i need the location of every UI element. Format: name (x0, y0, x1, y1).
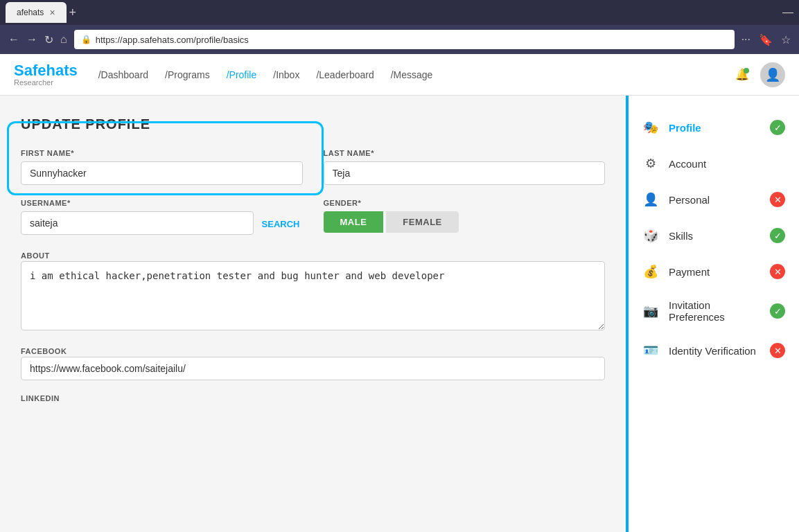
about-group: ABOUT i am ethical hacker,penetration te… (21, 249, 605, 333)
profile-icon: 🎭 (642, 119, 659, 136)
payment-status-icon: ✕ (770, 264, 785, 279)
linkedin-group: LINKEDIN (21, 391, 605, 404)
personal-icon: 👤 (642, 191, 659, 208)
form-area: UPDATE PROFILE FIRST NAME* LAST NAME* US… (0, 96, 626, 532)
tab-title: afehats (17, 8, 44, 17)
logo: Safehats Researcher (14, 63, 78, 87)
username-input-row: SEARCH (21, 211, 303, 235)
nav-programs[interactable]: /Programs (165, 69, 210, 80)
invitation-status-icon: ✓ (770, 303, 785, 319)
sidebar-identity-label: Identity Verification (669, 345, 760, 357)
sidebar-item-personal[interactable]: 👤 Personal ✕ (629, 181, 799, 218)
last-name-input[interactable] (324, 161, 606, 185)
nav-inbox[interactable]: /Inbox (273, 69, 299, 80)
bookmark-icon[interactable]: 🔖 (759, 33, 773, 46)
facebook-input[interactable] (21, 357, 605, 380)
first-name-label: FIRST NAME* (21, 149, 303, 157)
header-right: 🔔 👤 (735, 62, 785, 87)
app-header: Safehats Researcher /Dashboard /Programs… (0, 54, 799, 96)
first-name-input[interactable] (21, 161, 303, 185)
browser-tab-bar: afehats × + — (0, 0, 799, 25)
logo-text: Safehats (14, 63, 78, 78)
notification-bell[interactable]: 🔔 (735, 68, 749, 81)
nav-dashboard[interactable]: /Dashboard (98, 69, 148, 80)
nav-message[interactable]: /Message (391, 69, 433, 80)
refresh-button[interactable]: ↻ (44, 33, 53, 46)
sidebar-item-payment[interactable]: 💰 Payment ✕ (629, 254, 799, 290)
more-button[interactable]: ··· (741, 33, 750, 46)
page-title: UPDATE PROFILE (21, 116, 605, 132)
sidebar-item-invitation[interactable]: 📷 Invitation Preferences ✓ (629, 290, 799, 332)
about-textarea[interactable]: i am ethical hacker,penetration tester a… (21, 261, 605, 330)
tab-close-button[interactable]: × (49, 7, 55, 18)
forward-button[interactable]: → (26, 33, 37, 46)
secure-icon: 🔒 (81, 35, 91, 44)
sidebar-invitation-label: Invitation Preferences (669, 299, 760, 323)
skills-status-icon: ✓ (770, 228, 785, 243)
sidebar-item-account[interactable]: ⚙ Account (629, 145, 799, 181)
search-button[interactable]: SEARCH (259, 213, 303, 235)
logo-subtitle: Researcher (14, 78, 53, 87)
username-input[interactable] (21, 211, 254, 235)
minimize-button[interactable]: — (782, 6, 793, 19)
linkedin-label: LINKEDIN (21, 394, 60, 402)
payment-icon: 💰 (642, 263, 659, 280)
browser-address-bar: ← → ↻ ⌂ 🔒 https://app.safehats.com/profi… (0, 25, 799, 54)
profile-status-icon: ✓ (770, 120, 785, 135)
skills-icon: 🎲 (642, 227, 659, 244)
new-tab-button[interactable]: + (69, 6, 77, 20)
sidebar-profile-label: Profile (669, 122, 760, 134)
address-input[interactable]: 🔒 https://app.safehats.com/profile/basic… (74, 30, 735, 49)
url-text: https://app.safehats.com/profile/basics (96, 35, 249, 45)
last-name-group: LAST NAME* (324, 149, 606, 185)
avatar[interactable]: 👤 (760, 62, 785, 87)
username-gender-row: USERNAME* SEARCH GENDER* MALE FEMALE (21, 199, 605, 235)
last-name-label: LAST NAME* (324, 149, 606, 157)
nav-leaderboard[interactable]: /Leaderboard (316, 69, 374, 80)
username-group: USERNAME* SEARCH (21, 199, 303, 235)
browser-chrome: afehats × + — ← → ↻ ⌂ 🔒 https://app.safe… (0, 0, 799, 54)
female-button[interactable]: FEMALE (386, 211, 458, 233)
sidebar-payment-label: Payment (669, 266, 760, 278)
back-button[interactable]: ← (8, 33, 19, 46)
star-icon[interactable]: ☆ (781, 33, 791, 46)
sidebar-skills-label: Skills (669, 230, 760, 242)
first-name-group: FIRST NAME* (21, 149, 303, 185)
personal-status-icon: ✕ (770, 192, 785, 207)
about-label: ABOUT (21, 251, 50, 260)
sidebar-item-skills[interactable]: 🎲 Skills ✓ (629, 218, 799, 254)
identity-status-icon: ✕ (770, 343, 785, 358)
name-row: FIRST NAME* LAST NAME* (21, 149, 605, 185)
main-nav: /Dashboard /Programs /Profile /Inbox /Le… (98, 69, 714, 80)
sidebar-account-label: Account (669, 158, 785, 170)
gender-group: GENDER* MALE FEMALE (324, 199, 606, 235)
main-content: UPDATE PROFILE FIRST NAME* LAST NAME* US… (0, 96, 799, 532)
male-button[interactable]: MALE (324, 211, 384, 233)
browser-actions: ··· 🔖 ☆ (741, 33, 791, 46)
profile-sidebar: 🎭 Profile ✓ ⚙ Account 👤 Personal ✕ 🎲 Ski… (626, 96, 799, 532)
nav-profile[interactable]: /Profile (227, 69, 257, 80)
username-label: USERNAME* (21, 199, 303, 207)
gender-label: GENDER* (324, 199, 606, 207)
browser-tab[interactable]: afehats × (6, 2, 67, 23)
facebook-label: FACEBOOK (21, 347, 67, 355)
invitation-icon: 📷 (642, 303, 659, 319)
sidebar-personal-label: Personal (669, 194, 760, 206)
identity-icon: 🪪 (642, 342, 659, 359)
home-button[interactable]: ⌂ (60, 33, 67, 46)
sidebar-item-identity[interactable]: 🪪 Identity Verification ✕ (629, 332, 799, 369)
facebook-group: FACEBOOK (21, 344, 605, 380)
sidebar-item-profile[interactable]: 🎭 Profile ✓ (629, 109, 799, 145)
account-icon: ⚙ (642, 155, 659, 172)
gender-toggle: MALE FEMALE (324, 211, 606, 233)
